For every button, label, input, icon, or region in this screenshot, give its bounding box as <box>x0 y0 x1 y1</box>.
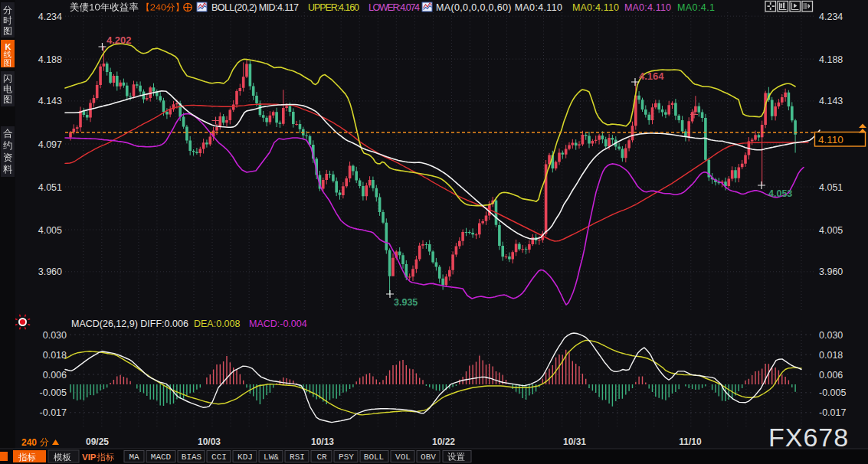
svg-text:-0.005: -0.005 <box>40 387 67 398</box>
svg-text:4.188: 4.188 <box>819 54 843 65</box>
svg-text:K: K <box>5 42 11 51</box>
svg-text:0.030: 0.030 <box>819 330 843 341</box>
svg-text:OBV: OBV <box>421 453 436 462</box>
svg-text:3.960: 3.960 <box>38 266 62 277</box>
svg-text:LOWER:4.074: LOWER:4.074 <box>368 2 420 13</box>
svg-text:4.110: 4.110 <box>818 134 843 145</box>
svg-text:PSY: PSY <box>339 453 354 462</box>
svg-text:RSI: RSI <box>290 453 305 462</box>
svg-text:MA(0,0,0,0,0,60) MA0:4.110: MA(0,0,0,0,0,60) MA0:4.110 <box>436 2 562 13</box>
svg-text:0.018: 0.018 <box>43 350 67 361</box>
svg-text:4.005: 4.005 <box>38 225 62 236</box>
svg-text:-0.005: -0.005 <box>819 387 846 398</box>
svg-text:4.053: 4.053 <box>768 188 792 199</box>
svg-text:0.018: 0.018 <box>819 350 843 361</box>
svg-text:MA0:4.1: MA0:4.1 <box>677 2 715 13</box>
svg-text:09/25: 09/25 <box>86 436 109 447</box>
svg-text:10/22: 10/22 <box>432 436 455 447</box>
svg-text:4.234: 4.234 <box>38 11 62 22</box>
svg-text:0.030: 0.030 <box>43 330 67 341</box>
svg-text:3.960: 3.960 <box>819 266 843 277</box>
svg-text:MA0:4.110: MA0:4.110 <box>624 2 671 13</box>
svg-text:-0.017: -0.017 <box>40 407 67 418</box>
svg-text:MA0:4.110: MA0:4.110 <box>572 2 619 13</box>
svg-text:10/03: 10/03 <box>198 436 221 447</box>
svg-text:10/31: 10/31 <box>563 436 586 447</box>
svg-text:11/10: 11/10 <box>679 436 702 447</box>
svg-text:4.005: 4.005 <box>819 225 843 236</box>
svg-text:4.188: 4.188 <box>38 54 62 65</box>
svg-text:DEA:0.008: DEA:0.008 <box>194 319 241 329</box>
svg-text:VIP: VIP <box>82 453 97 462</box>
svg-text:BIAS: BIAS <box>182 453 202 462</box>
svg-text:4.051: 4.051 <box>819 182 843 193</box>
svg-text:CCI: CCI <box>211 453 227 462</box>
svg-text:MACD(26,12,9) DIFF:0.006: MACD(26,12,9) DIFF:0.006 <box>71 319 188 329</box>
svg-text:MACD:-0.004: MACD:-0.004 <box>249 319 307 329</box>
svg-text:VOL: VOL <box>395 453 411 462</box>
svg-text:0.006: 0.006 <box>819 370 843 381</box>
svg-text:3.935: 3.935 <box>394 297 418 308</box>
svg-text:10/13: 10/13 <box>311 436 334 447</box>
svg-text:BOLL: BOLL <box>364 453 384 462</box>
svg-text:4.051: 4.051 <box>38 182 62 193</box>
svg-text:CR: CR <box>316 453 327 462</box>
svg-text:4.143: 4.143 <box>819 96 843 106</box>
svg-text:UPPER:4.160: UPPER:4.160 <box>308 2 359 13</box>
svg-text:KDJ: KDJ <box>237 453 253 462</box>
svg-text:BOLL(20,2) MID:4.117: BOLL(20,2) MID:4.117 <box>211 2 299 13</box>
svg-text:4.164: 4.164 <box>639 70 664 82</box>
svg-text:FX678: FX678 <box>768 423 849 452</box>
svg-text:4.097: 4.097 <box>38 139 62 150</box>
svg-text:LW&: LW& <box>264 453 279 462</box>
svg-text:-0.017: -0.017 <box>819 407 846 418</box>
svg-text:MACD: MACD <box>151 453 172 462</box>
svg-text:4.143: 4.143 <box>38 96 62 106</box>
svg-text:0.006: 0.006 <box>43 370 67 381</box>
svg-text:4.234: 4.234 <box>819 11 843 22</box>
svg-text:MA: MA <box>129 453 139 462</box>
svg-text:240: 240 <box>21 437 37 448</box>
svg-text:4.202: 4.202 <box>106 34 132 46</box>
